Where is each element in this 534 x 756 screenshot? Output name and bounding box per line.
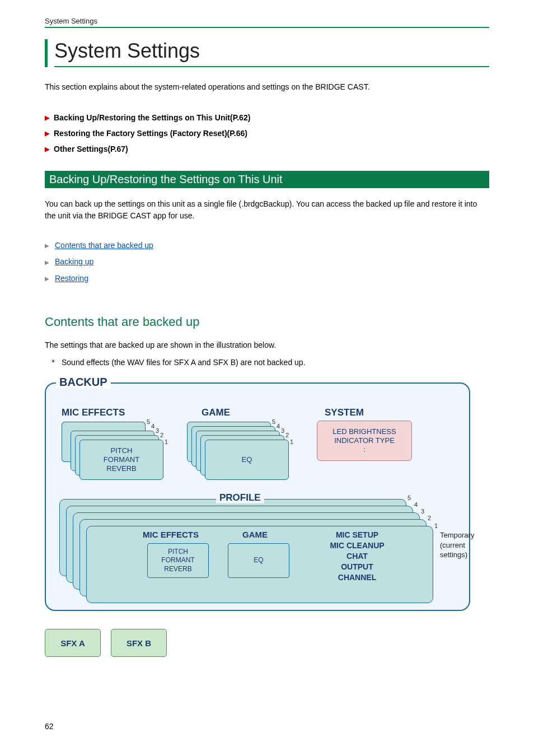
- intro-text: This section explains about the system-r…: [45, 81, 489, 93]
- title-block: System Settings: [45, 39, 489, 67]
- page-number: 62: [45, 722, 54, 731]
- sublink-list: ▶Contents that are backed up ▶Backing up…: [45, 237, 489, 287]
- mic-effects-card: PITCH FORMANT REVERB: [79, 440, 163, 480]
- section-body: You can back up the settings on this uni…: [45, 198, 489, 222]
- triangle-icon: ▶: [45, 273, 49, 284]
- triangle-icon: ▶: [45, 143, 49, 155]
- profile-label: PROFILE: [216, 492, 264, 503]
- system-label: SYSTEM: [325, 407, 364, 418]
- system-card: LED BRIGHTNESS INDICATOR TYPE :: [317, 421, 412, 461]
- toc-item[interactable]: ▶Other Settings(P.67): [45, 141, 489, 157]
- game-label: GAME: [202, 407, 230, 418]
- triangle-icon: ▶: [45, 240, 49, 251]
- profile-game-card: EQ: [228, 543, 289, 578]
- mic-effects-label: MIC EFFECTS: [62, 407, 125, 418]
- sublink[interactable]: Backing up: [55, 254, 93, 270]
- game-card: EQ: [205, 440, 289, 480]
- sublink[interactable]: Restoring: [55, 270, 88, 287]
- backup-diagram: BACKUP MIC EFFECTS GAME SYSTEM PITCH FOR…: [45, 377, 489, 612]
- triangle-icon: ▶: [45, 127, 49, 139]
- sublink[interactable]: Contents that are backed up: [55, 237, 153, 254]
- sublink-item: ▶Contents that are backed up: [45, 237, 489, 254]
- sublink-item: ▶Restoring: [45, 270, 489, 287]
- section-heading-bar: Backing Up/Restoring the Settings on Thi…: [45, 171, 489, 188]
- asterisk-icon: *: [45, 358, 62, 367]
- sfx-b-box: SFX B: [111, 629, 167, 657]
- page-title: System Settings: [54, 39, 489, 67]
- toc-list: ▶Backing Up/Restoring the Settings on Th…: [45, 110, 489, 157]
- temp-label: Temporary(current settings): [440, 530, 474, 560]
- header-label: System Settings: [45, 17, 489, 28]
- toc-item[interactable]: ▶Backing Up/Restoring the Settings on Th…: [45, 110, 489, 125]
- profile-mic-card: PITCH FORMANT REVERB: [147, 543, 209, 578]
- subsection-heading: Contents that are backed up: [45, 315, 489, 329]
- toc-item[interactable]: ▶Restoring the Factory Settings (Factory…: [45, 125, 489, 141]
- sfx-a-box: SFX A: [45, 629, 101, 657]
- triangle-icon: ▶: [45, 256, 49, 268]
- triangle-icon: ▶: [45, 111, 49, 124]
- sfx-row: SFX A SFX B: [45, 629, 489, 657]
- sublink-item: ▶Backing up: [45, 254, 489, 270]
- backup-outer-box: MIC EFFECTS GAME SYSTEM PITCH FORMANT RE…: [45, 382, 470, 611]
- subsection-body: The settings that are backed up are show…: [45, 339, 489, 351]
- profile-card-front: MIC EFFECTS GAME PITCH FORMANT REVERB EQ…: [86, 526, 433, 603]
- backup-legend: BACKUP: [56, 376, 111, 389]
- note-line: * Sound effects (the WAV files for SFX A…: [45, 358, 489, 367]
- profile-setup-list: MIC SETUP MIC CLEANUP CHAT OUTPUT CHANNE…: [315, 530, 399, 582]
